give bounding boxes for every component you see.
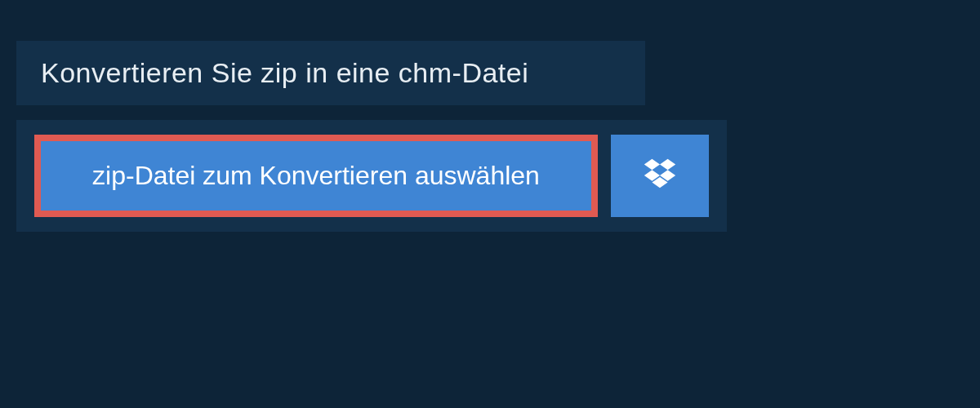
upload-panel: zip-Datei zum Konvertieren auswählen: [16, 120, 727, 232]
select-file-label: zip-Datei zum Konvertieren auswählen: [92, 161, 540, 191]
select-file-button[interactable]: zip-Datei zum Konvertieren auswählen: [34, 135, 598, 217]
page-title: Konvertieren Sie zip in eine chm-Datei: [41, 57, 621, 89]
header-strip: Konvertieren Sie zip in eine chm-Datei: [16, 41, 645, 105]
dropbox-icon: [641, 156, 679, 197]
dropbox-button[interactable]: [611, 135, 709, 217]
